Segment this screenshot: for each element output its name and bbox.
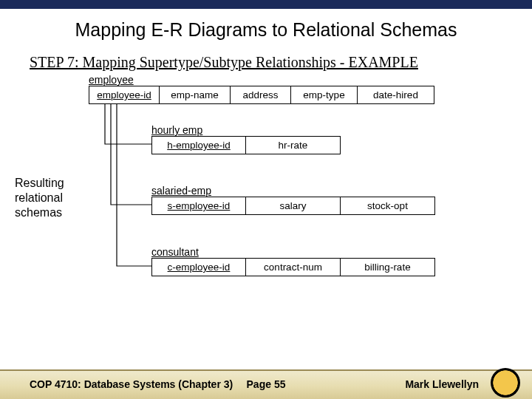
col-emp-name: emp-name bbox=[160, 86, 231, 104]
ucf-logo-icon bbox=[491, 368, 520, 398]
diagram-canvas: Resulting relational schemas employee em… bbox=[0, 74, 532, 325]
footer-author: Mark Llewellyn bbox=[405, 378, 479, 390]
col-address: address bbox=[231, 86, 291, 104]
table-label-consultant: consultant bbox=[151, 246, 199, 258]
col-salary: salary bbox=[246, 197, 341, 215]
col-contract-num: contract-num bbox=[246, 258, 341, 276]
footer-bar: COP 4710: Database Systems (Chapter 3) P… bbox=[0, 369, 532, 399]
table-hourly: h-employee-id hr-rate bbox=[151, 136, 341, 154]
table-label-employee: employee bbox=[89, 74, 134, 86]
col-billing-rate: billing-rate bbox=[341, 258, 435, 276]
col-employee-id: employee-id bbox=[89, 86, 160, 104]
col-c-employee-id: c-employee-id bbox=[151, 258, 246, 276]
step-heading: STEP 7: Mapping Supertype/Subtype Relati… bbox=[30, 54, 502, 71]
table-consultant: c-employee-id contract-num billing-rate bbox=[151, 258, 435, 276]
table-employee: employee-id emp-name address emp-type da… bbox=[89, 86, 434, 104]
col-h-employee-id: h-employee-id bbox=[151, 136, 246, 154]
col-stock-opt: stock-opt bbox=[341, 197, 435, 215]
col-hr-rate: hr-rate bbox=[246, 136, 341, 154]
table-label-salaried: salaried-emp bbox=[151, 185, 211, 197]
col-s-employee-id: s-employee-id bbox=[151, 197, 246, 215]
col-emp-type: emp-type bbox=[291, 86, 358, 104]
col-date-hired: date-hired bbox=[358, 86, 434, 104]
table-salaried: s-employee-id salary stock-opt bbox=[151, 197, 435, 215]
slide-title: Mapping E-R Diagrams to Relational Schem… bbox=[0, 9, 532, 48]
table-label-hourly: hourly emp bbox=[151, 124, 202, 136]
top-bar bbox=[0, 0, 532, 9]
side-label: Resulting relational schemas bbox=[15, 176, 81, 220]
